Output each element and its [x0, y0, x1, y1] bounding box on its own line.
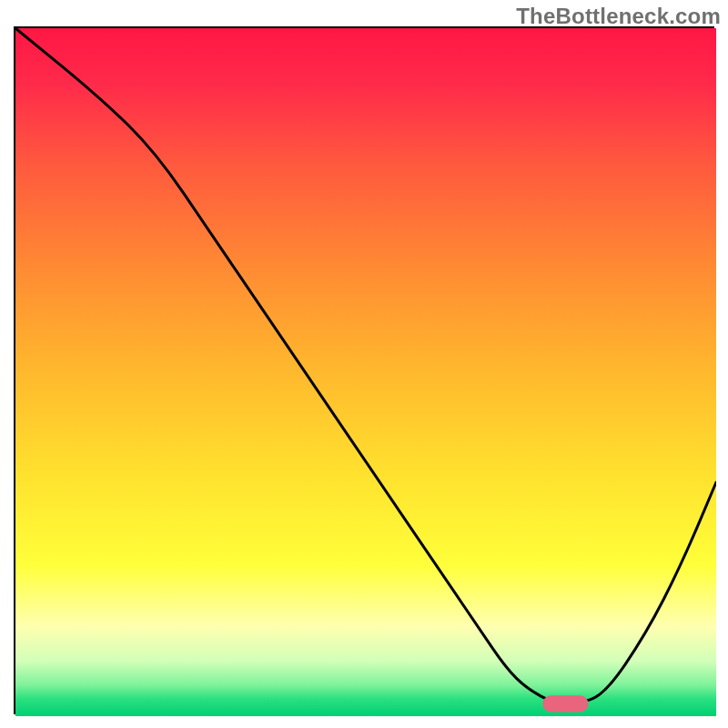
optimal-marker [542, 695, 588, 712]
gradient-background [15, 28, 716, 716]
plot-area [14, 26, 714, 714]
chart-container: TheBottleneck.com [0, 0, 728, 728]
watermark-label: TheBottleneck.com [516, 4, 721, 29]
plot-svg [15, 28, 716, 716]
